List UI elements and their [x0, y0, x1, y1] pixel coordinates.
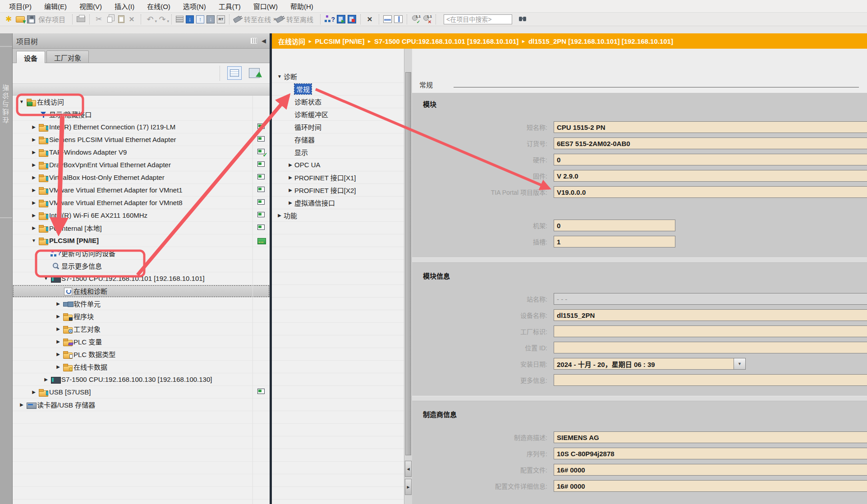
diag-nav-item-9[interactable]: ▶PROFINET 接口[X2]	[272, 184, 404, 197]
chevron-right-icon[interactable]: ▶	[29, 213, 38, 218]
field-value[interactable]: 2024 - 十月 - 20，星期日 06 : 39	[554, 358, 734, 370]
field-value[interactable]	[554, 325, 867, 337]
menu-item-3[interactable]: 插入(I)	[108, 0, 141, 12]
details-view-icon[interactable]	[227, 66, 242, 80]
start-simulation-icon[interactable]	[337, 15, 345, 23]
tree-item-4[interactable]: ▶TAP-Windows Adapter V9✓	[13, 146, 270, 159]
field-value[interactable]: 1	[554, 236, 675, 247]
start-cpu-rt-icon[interactable]	[217, 15, 225, 23]
search-project-icon[interactable]	[518, 14, 528, 24]
tree-item-13[interactable]: 显示更多信息	[13, 260, 270, 272]
field-value[interactable]: 16# 0000	[554, 480, 867, 492]
upload-from-device-icon[interactable]	[196, 15, 204, 23]
chevron-right-icon[interactable]: ▶	[29, 162, 38, 167]
chevron-down-icon[interactable]: ▼	[29, 238, 38, 243]
tree-item-3[interactable]: ▶Siemens PLCSIM Virtual Ethernet Adapter	[13, 133, 270, 146]
tree-item-9[interactable]: ▶Intel(R) Wi-Fi 6E AX211 160MHz	[13, 209, 270, 222]
collapse-panel-icon[interactable]: ◀	[261, 37, 266, 44]
chevron-right-icon[interactable]: ▶	[29, 137, 38, 142]
side-tab-online-diagnostics[interactable]: 在线与诊断	[1, 83, 11, 124]
go-online-label[interactable]: 转至在线	[244, 14, 271, 24]
search-input[interactable]	[444, 14, 512, 24]
collapse-right-button[interactable]: ▶	[405, 479, 412, 495]
chevron-down-icon[interactable]: ▼	[41, 276, 50, 281]
field-value[interactable]: V 2.9.0	[554, 170, 867, 182]
chevron-right-icon[interactable]: ▶	[54, 364, 63, 369]
menu-item-8[interactable]: 帮助(H)	[284, 0, 320, 12]
chevron-right-icon[interactable]: ▶	[29, 124, 38, 129]
new-project-icon[interactable]	[4, 14, 14, 24]
breadcrumb-item-3[interactable]: dl1515_2PN [192.168.10.101] [192.168.10.…	[528, 37, 673, 45]
chevron-right-icon[interactable]: ▶	[286, 200, 294, 205]
download-all-icon[interactable]	[206, 15, 215, 23]
field-value[interactable]: SIEMENS AG	[554, 431, 867, 443]
tree-item-11[interactable]: ▼PLCSIM [PN/IE]	[13, 234, 270, 247]
chevron-right-icon[interactable]: ▶	[29, 188, 38, 192]
tree-item-14[interactable]: ▼S7-1500 CPU:192.168.10.101 [192.168.10.…	[13, 272, 270, 285]
download-to-device-icon[interactable]	[186, 15, 194, 23]
chevron-right-icon[interactable]: ▶	[29, 225, 38, 230]
tree-item-19[interactable]: ▶PLC 变量	[13, 335, 270, 348]
delete-icon[interactable]	[127, 14, 137, 24]
chevron-right-icon[interactable]: ▶	[286, 188, 294, 192]
field-value[interactable]: dl1515_2PN	[554, 309, 867, 321]
dropdown-button[interactable]: ▼	[734, 358, 746, 370]
chevron-right-icon[interactable]: ▶	[286, 162, 294, 167]
field-value[interactable]: 0	[554, 220, 675, 231]
tab-工厂对象[interactable]: 工厂对象	[46, 50, 89, 63]
nav-scrollbar-thumb[interactable]	[405, 72, 411, 455]
compile-icon[interactable]	[176, 16, 183, 23]
menu-item-7[interactable]: 窗口(W)	[247, 0, 284, 12]
tree-item-24[interactable]: ▶读卡器/USB 存储器	[13, 399, 270, 411]
tree-item-2[interactable]: ▶Intel(R) Ethernet Connection (17) I219-…	[13, 121, 270, 133]
field-value[interactable]: 16# 0000	[554, 464, 867, 476]
reset-layout-icon[interactable]: 1.1✕	[422, 15, 431, 24]
menu-item-2[interactable]: 视图(V)	[73, 0, 108, 12]
field-value[interactable]: V19.0.0.0	[554, 186, 867, 198]
field-value[interactable]: 0	[554, 154, 867, 165]
tree-item-16[interactable]: ▶软件单元	[13, 298, 270, 310]
field-value[interactable]: CPU 1515-2 PN	[554, 121, 867, 133]
undo-icon[interactable]	[145, 14, 155, 24]
stop-simulation-icon[interactable]	[348, 15, 356, 23]
field-value[interactable]: 10S C-80P94j2878	[554, 448, 867, 459]
menu-item-5[interactable]: 选项(N)	[177, 0, 212, 12]
field-value[interactable]	[554, 342, 867, 353]
collapse-left-button[interactable]: ◀	[405, 461, 412, 477]
chevron-down-icon[interactable]: ▼	[17, 99, 26, 104]
diag-nav-item-7[interactable]: ▶OPC UA	[272, 159, 404, 171]
tree-item-10[interactable]: ▶PC internal [本地]	[13, 222, 270, 234]
menu-item-1[interactable]: 编辑(E)	[38, 0, 73, 12]
tree-item-8[interactable]: ▶VMware Virtual Ethernet Adapter for VMn…	[13, 197, 270, 209]
chevron-right-icon[interactable]: ▶	[54, 301, 63, 306]
save-project-icon[interactable]	[27, 15, 35, 23]
tree-item-1[interactable]: 显示/隐藏接口	[13, 108, 270, 121]
chevron-right-icon[interactable]: ▶	[17, 402, 26, 407]
diagram-export-icon[interactable]	[248, 66, 262, 80]
tree-item-5[interactable]: ▶DrayBoxVpnEnt Virtual Ethernet Adapter	[13, 159, 270, 171]
tree-item-6[interactable]: ▶VirtualBox Host-Only Ethernet Adapter	[13, 171, 270, 184]
cut-icon[interactable]	[94, 14, 104, 24]
accessible-devices-icon[interactable]	[325, 14, 335, 24]
diag-nav-item-2[interactable]: 诊断状态	[272, 96, 404, 108]
chevron-right-icon[interactable]: ▶	[29, 200, 38, 205]
chevron-right-icon[interactable]: ▶	[286, 175, 294, 180]
chevron-right-icon[interactable]: ▶	[29, 150, 38, 155]
print-icon[interactable]	[77, 16, 85, 22]
diag-nav-item-1[interactable]: 常规	[272, 83, 404, 96]
open-project-icon[interactable]	[16, 16, 25, 23]
chevron-right-icon[interactable]: ▶	[41, 377, 50, 382]
breadcrumb-item-2[interactable]: S7-1500 CPU:192.168.10.101 [192.168.10.1…	[374, 37, 518, 45]
diag-nav-item-10[interactable]: ▶虚拟通信接口	[272, 197, 404, 209]
paste-icon[interactable]	[118, 15, 124, 23]
tree-item-17[interactable]: ▶程序块	[13, 310, 270, 323]
breadcrumb-item-0[interactable]: 在线访问	[278, 37, 305, 46]
diag-nav-item-11[interactable]: ▶功能	[272, 209, 404, 222]
diag-nav-item-5[interactable]: 存储器	[272, 133, 404, 146]
chevron-right-icon[interactable]: ▶	[54, 326, 63, 331]
tree-item-20[interactable]: ▶PLC 数据类型	[13, 348, 270, 361]
tree-item-18[interactable]: ▶工艺对象	[13, 323, 270, 335]
breadcrumb-item-1[interactable]: PLCSIM [PN/IE]	[315, 37, 365, 45]
split-editor-vertical-icon[interactable]	[394, 15, 403, 23]
tree-item-0[interactable]: ▼在线访问	[13, 96, 270, 108]
